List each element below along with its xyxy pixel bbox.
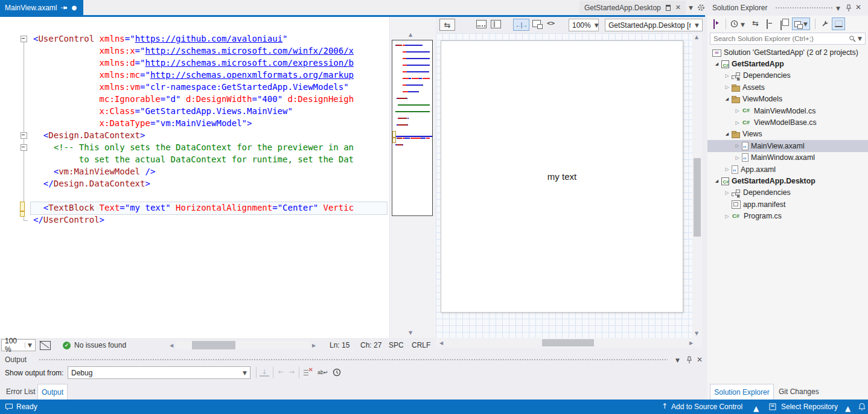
chevron-collapsed-icon[interactable]: ▷ — [733, 120, 742, 126]
gear-icon[interactable] — [697, 4, 705, 11]
code-line[interactable]: </UserControl> — [0, 214, 354, 226]
goto-message-icon[interactable]: ↓ — [260, 368, 269, 377]
tree-item-dependencies[interactable]: ▷Dependencies — [707, 187, 868, 199]
code-line[interactable]: x:DataType="vm:MainViewModel"> — [0, 117, 354, 129]
chevron-collapsed-icon[interactable]: ▷ — [733, 155, 742, 161]
close-icon[interactable]: ✕ — [675, 4, 681, 11]
pending-changes-filter-icon[interactable] — [730, 20, 738, 28]
tree-item-solution-getstartedapp-2-of-2-projects[interactable]: Solution 'GetStartedApp' (2 of 2 project… — [707, 46, 868, 58]
code-line[interactable] — [0, 189, 354, 202]
bell-icon[interactable] — [858, 403, 866, 411]
chevron-collapsed-icon[interactable]: ▷ — [723, 214, 732, 219]
preview-selected-items-button[interactable] — [832, 18, 845, 30]
fold-collapse-icon[interactable] — [21, 132, 27, 139]
chevron-collapsed-icon[interactable]: ▷ — [733, 143, 742, 148]
scroll-down-icon[interactable]: ▼ — [409, 330, 412, 336]
sync-icon[interactable]: ⇆ — [752, 19, 759, 28]
xaml-editor[interactable]: <UserControl xmlns="https://github.com/a… — [0, 17, 389, 338]
scroll-right-icon[interactable]: ▶ — [312, 343, 316, 348]
preview-horizontal-scrollbar[interactable]: ◀ ▶ — [436, 338, 702, 348]
chevron-collapsed-icon[interactable]: ▷ — [733, 108, 742, 113]
chevron-collapsed-icon[interactable]: ▷ — [723, 190, 732, 196]
tab-mainview-axaml[interactable]: MainView.axaml ● — [0, 0, 83, 15]
scroll-left-icon[interactable]: ◀ — [170, 343, 173, 348]
next-message-icon[interactable]: → — [287, 368, 296, 377]
chevron-collapsed-icon[interactable]: ▷ — [723, 73, 732, 78]
chevron-up-icon[interactable]: ▲ — [845, 404, 850, 413]
code-line[interactable]: x:Class="GetStartedApp.Views.MainView" — [0, 105, 354, 117]
tab-output[interactable]: Output — [37, 384, 68, 400]
code-line[interactable]: </Design.DataContext> — [0, 177, 354, 189]
collapse-all-icon[interactable] — [767, 19, 768, 29]
chevron-down-icon[interactable]: ▼ — [689, 5, 693, 11]
chevron-collapsed-icon[interactable]: ▷ — [723, 167, 732, 172]
tree-item-views[interactable]: ◢Views — [707, 129, 868, 140]
chevron-down-icon[interactable]: ▼ — [741, 22, 745, 28]
chevron-expanded-icon[interactable]: ◢ — [723, 132, 732, 136]
swap-panes-button[interactable]: ⇆ — [439, 19, 455, 31]
wrench-icon[interactable] — [821, 20, 829, 28]
panel-drag-handle[interactable] — [775, 7, 833, 10]
code-line[interactable]: <Design.DataContext> — [0, 129, 354, 141]
pin-icon[interactable] — [846, 4, 852, 12]
timestamp-clock-icon[interactable] — [333, 368, 341, 377]
switch-views-icon[interactable] — [713, 19, 715, 29]
preview-vertical-scrollbar[interactable]: ▲ ▼ — [692, 33, 702, 338]
scroll-up-icon[interactable]: ▲ — [409, 32, 412, 37]
tree-item-program-cs[interactable]: ▷Program.cs — [707, 210, 868, 221]
tab-git-changes[interactable]: Git Changes — [779, 387, 819, 396]
editor-horizontal-scrollbar[interactable] — [176, 341, 310, 349]
output-source-combo[interactable]: Debug▼ — [68, 366, 251, 379]
chevron-down-icon[interactable]: ▼ — [675, 357, 680, 363]
editor-scrollbar-column[interactable]: ▲ ▼ — [389, 17, 436, 338]
scroll-up-icon[interactable]: ▲ — [695, 34, 698, 40]
chevron-expanded-icon[interactable]: ◢ — [723, 97, 732, 101]
tree-item-getstartedapp-desktop[interactable]: ◢GetStartedApp.Desktop — [707, 175, 868, 186]
tree-item-app-manifest[interactable]: app.manifest — [707, 199, 868, 210]
vertical-split-button[interactable] — [491, 20, 501, 28]
new-window-button[interactable] — [532, 20, 541, 27]
pin-icon[interactable] — [686, 356, 692, 364]
tree-item-assets[interactable]: ▷Assets — [707, 81, 868, 93]
properties-icon[interactable] — [780, 21, 782, 30]
fold-collapse-icon[interactable] — [21, 36, 27, 42]
search-icon[interactable] — [849, 35, 856, 42]
fold-collapse-icon[interactable] — [21, 144, 27, 151]
close-icon[interactable]: ✕ — [855, 3, 861, 11]
scrollbar-thumb[interactable] — [542, 339, 594, 346]
tree-item-app-axaml[interactable]: ▷App.axaml — [707, 164, 868, 175]
word-wrap-icon[interactable]: ab↵ — [318, 369, 328, 375]
pin-icon[interactable] — [60, 5, 68, 11]
chevron-collapsed-icon[interactable]: ▷ — [723, 84, 732, 90]
editor-zoom-combo[interactable]: 100 %▼ — [1, 339, 36, 351]
tree-item-dependencies[interactable]: ▷Dependencies — [707, 70, 868, 81]
select-repository-button[interactable]: Select Repository — [781, 403, 838, 411]
scroll-left-icon[interactable]: ◀ — [439, 340, 443, 346]
code-line[interactable]: to set the actual DataContext for runtim… — [0, 153, 354, 165]
chevron-down-icon[interactable]: ▼ — [858, 36, 862, 42]
solution-explorer-header[interactable]: Solution Explorer ▼ ✕ — [707, 0, 868, 16]
code-line[interactable]: <UserControl xmlns="https://github.com/a… — [0, 33, 354, 45]
line-ending-indicator[interactable]: CRLF — [412, 341, 430, 349]
code-line[interactable]: xmlns:mc="http://schemas.openxmlformats.… — [0, 69, 354, 81]
chevron-expanded-icon[interactable]: ◢ — [712, 62, 721, 66]
floating-doc-header[interactable]: GetStartedApp.Desktop ✕ — [579, 1, 686, 14]
chevron-expanded-icon[interactable]: ◢ — [712, 179, 721, 183]
clear-all-icon[interactable]: ✕ — [303, 368, 313, 377]
code-line[interactable]: <TextBlock Text="my text" HorizontalAlig… — [0, 202, 354, 214]
tree-item-getstartedapp[interactable]: ◢GetStartedApp — [707, 58, 868, 69]
minimap[interactable] — [392, 40, 433, 216]
swap-views-button[interactable]: ←|→ — [513, 19, 529, 31]
panel-drag-handle[interactable] — [39, 358, 668, 361]
designer-zoom-combo[interactable]: 100%▼ — [569, 19, 599, 31]
designer-disabled-icon[interactable] — [40, 341, 51, 350]
scrollbar-thumb[interactable] — [694, 158, 701, 237]
close-icon[interactable]: ✕ — [697, 355, 703, 364]
solution-search-box[interactable]: Search Solution Explorer (Ctrl+;) ▼ — [710, 33, 866, 45]
code-line[interactable]: mc:Ignorable="d" d:DesignWidth="400" d:D… — [0, 93, 354, 105]
feedback-icon[interactable] — [5, 403, 13, 411]
scrollbar-thumb[interactable] — [192, 341, 235, 349]
scroll-right-icon[interactable]: ▶ — [689, 340, 693, 346]
tab-error-list[interactable]: Error List — [6, 387, 36, 396]
tab-solution-explorer[interactable]: Solution Explorer — [710, 384, 774, 400]
